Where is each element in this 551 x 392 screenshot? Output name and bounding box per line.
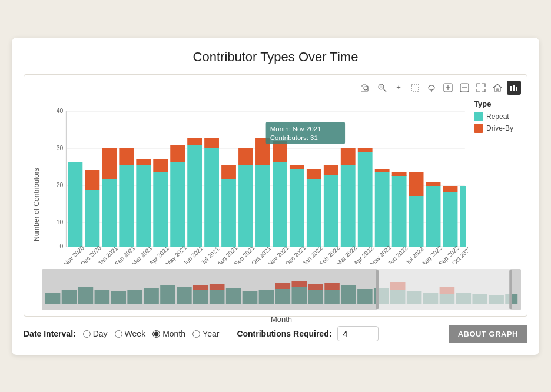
svg-rect-53 [221, 165, 236, 179]
svg-rect-65 [290, 165, 304, 169]
svg-rect-70 [324, 175, 338, 247]
camera-icon[interactable] [359, 81, 373, 95]
mini-chart: Month [42, 269, 521, 310]
svg-rect-47 [187, 138, 202, 145]
svg-rect-139 [509, 270, 512, 309]
interval-day-label: Day [93, 329, 108, 338]
interval-month-label: Month [162, 329, 185, 338]
select-icon[interactable] [408, 81, 422, 95]
expand-icon[interactable] [474, 81, 488, 95]
interval-month-option[interactable]: Month [152, 329, 185, 338]
lasso-icon[interactable] [424, 81, 439, 95]
zoom-in-icon[interactable] [375, 81, 389, 95]
svg-rect-50 [204, 138, 219, 148]
svg-rect-112 [210, 284, 225, 290]
svg-rect-71 [324, 165, 338, 175]
driveby-label: Drive-By [486, 124, 513, 132]
svg-rect-38 [136, 159, 151, 165]
bar-chart-svg: 40 30 20 10 0 Nov 2020 [42, 99, 468, 264]
svg-rect-55 [238, 165, 253, 247]
plus-icon[interactable]: + [391, 81, 406, 95]
svg-text:0: 0 [59, 243, 63, 250]
svg-rect-49 [204, 148, 219, 247]
svg-rect-94 [460, 186, 466, 247]
svg-text:40: 40 [57, 108, 64, 114]
svg-text:30: 30 [57, 145, 64, 151]
svg-rect-115 [259, 290, 274, 304]
y-axis-label: Number of Contributors [30, 99, 42, 310]
legend-title: Type [474, 99, 521, 108]
svg-rect-68 [307, 169, 321, 179]
legend: Type Repeat Drive-By [468, 99, 521, 264]
interval-month-radio[interactable] [152, 330, 160, 338]
svg-rect-41 [153, 159, 168, 172]
svg-rect-79 [375, 172, 390, 247]
svg-rect-111 [210, 290, 225, 304]
about-graph-button[interactable]: ABOUT GRAPH [449, 325, 527, 343]
svg-rect-109 [193, 290, 208, 304]
svg-rect-34 [119, 165, 134, 247]
interval-week-label: Week [125, 329, 146, 338]
mini-chart-label: Month [42, 315, 521, 324]
svg-rect-102 [78, 287, 94, 304]
svg-point-6 [429, 85, 434, 90]
svg-rect-88 [426, 186, 441, 247]
svg-rect-110 [193, 285, 208, 290]
svg-rect-137 [377, 269, 511, 310]
svg-rect-43 [170, 162, 185, 247]
remove-trace-icon[interactable] [457, 81, 472, 95]
interval-year-option[interactable]: Year [192, 329, 219, 338]
svg-rect-125 [357, 289, 373, 304]
svg-rect-58 [255, 165, 270, 247]
legend-item-driveby: Drive-By [474, 124, 521, 133]
svg-rect-85 [409, 196, 424, 247]
svg-rect-12 [510, 86, 512, 91]
mini-chart-svg [42, 269, 521, 310]
svg-rect-67 [307, 179, 321, 247]
svg-rect-32 [102, 148, 117, 179]
home-icon[interactable] [490, 81, 504, 95]
interval-day-option[interactable]: Day [83, 329, 108, 338]
toolbar: + [30, 81, 521, 95]
svg-rect-91 [443, 192, 458, 247]
chart-and-legend: 40 30 20 10 0 Nov 2020 [42, 99, 521, 310]
interval-day-radio[interactable] [83, 330, 91, 338]
svg-rect-83 [392, 172, 407, 176]
controls-row: Date Interval: Day Week Month Year Contr… [24, 325, 527, 343]
svg-rect-117 [276, 283, 291, 289]
svg-rect-121 [308, 284, 323, 290]
svg-rect-56 [238, 148, 253, 165]
svg-rect-13 [513, 85, 515, 91]
interval-year-radio[interactable] [192, 330, 200, 338]
svg-rect-37 [136, 165, 151, 247]
interval-week-radio[interactable] [115, 330, 122, 338]
svg-rect-124 [341, 285, 356, 304]
svg-rect-107 [160, 285, 175, 304]
svg-rect-104 [111, 291, 126, 304]
svg-text:10: 10 [57, 219, 64, 225]
svg-rect-119 [291, 281, 307, 287]
svg-rect-5 [411, 84, 419, 91]
add-trace-icon[interactable] [441, 81, 455, 95]
svg-rect-122 [324, 290, 340, 304]
svg-rect-73 [341, 165, 356, 247]
svg-rect-106 [144, 288, 159, 304]
contributions-input[interactable] [337, 326, 379, 341]
svg-rect-76 [358, 152, 373, 247]
page-title: Contributor Types Over Time [24, 49, 527, 65]
bar-chart-icon[interactable] [507, 81, 521, 95]
svg-rect-46 [187, 145, 202, 247]
svg-rect-82 [392, 175, 407, 247]
svg-rect-29 [85, 170, 99, 190]
svg-rect-113 [226, 288, 241, 304]
svg-rect-74 [341, 148, 356, 165]
chart-container: + Number of Contr [24, 74, 527, 317]
svg-rect-77 [358, 148, 373, 152]
interval-week-option[interactable]: Week [115, 329, 146, 338]
svg-point-0 [364, 87, 367, 90]
svg-rect-101 [62, 290, 77, 304]
svg-line-2 [383, 89, 386, 92]
svg-rect-62 [273, 141, 287, 162]
main-chart-area: Number of Contributors 40 [30, 99, 521, 310]
svg-rect-138 [376, 270, 379, 309]
